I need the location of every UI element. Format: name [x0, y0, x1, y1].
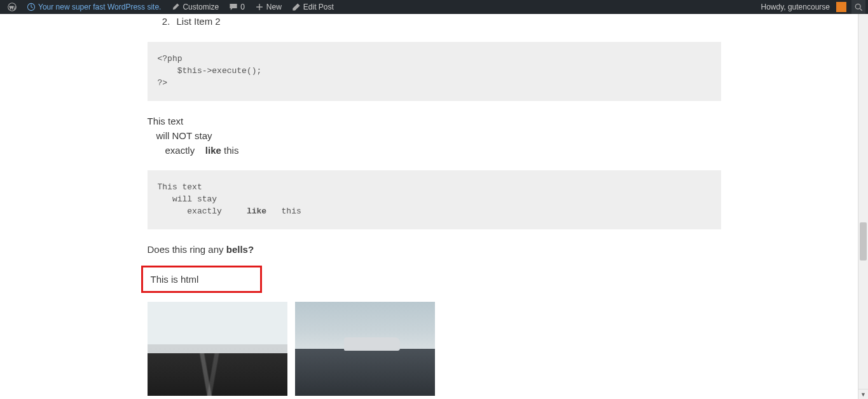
- dashboard-icon: [27, 3, 36, 11]
- paragraph-formatted: This text will NOT stay exactly like thi…: [148, 114, 721, 158]
- svg-point-2: [855, 4, 860, 9]
- para-line1: This text: [148, 114, 721, 128]
- brush-icon: [171, 3, 180, 11]
- gallery: [148, 302, 721, 399]
- code2-l3b: like: [247, 206, 266, 216]
- list-item: List Item 2: [173, 14, 721, 29]
- code2-l3a: exactly: [158, 206, 247, 216]
- code-block-pre: This text will stay exactly like this: [148, 170, 721, 229]
- code2-l1: This text: [158, 182, 202, 192]
- search-icon: [855, 3, 863, 11]
- gallery-image-road[interactable]: [148, 302, 287, 396]
- comments-link[interactable]: 0: [224, 0, 250, 14]
- para2-pre: Does this ring any: [148, 244, 226, 255]
- site-title-text: Your new super fast WordPress site.: [38, 3, 161, 11]
- new-label: New: [266, 3, 282, 11]
- new-link[interactable]: New: [250, 0, 287, 14]
- scroll-thumb[interactable]: [860, 222, 867, 260]
- wp-logo[interactable]: [3, 0, 22, 14]
- para-line3-word1: exactly: [165, 145, 195, 156]
- howdy-link[interactable]: Howdy, gutencourse: [755, 0, 851, 14]
- comments-count: 0: [240, 3, 245, 11]
- paragraph-bells: Does this ring any bells?: [148, 242, 721, 257]
- admin-search[interactable]: [851, 0, 865, 14]
- admin-bar: Your new super fast WordPress site. Cust…: [0, 0, 868, 14]
- scroll-down-icon[interactable]: ▼: [858, 389, 868, 399]
- content-area: List Item 2 <?php $this->execute(); ?> T…: [148, 14, 721, 399]
- plus-icon: [255, 3, 264, 11]
- para-line3-bold: like: [205, 145, 221, 156]
- howdy-text: Howdy, gutencourse: [761, 3, 830, 11]
- code2-l3c: this: [266, 206, 301, 216]
- site-title-link[interactable]: Your new super fast WordPress site.: [22, 0, 166, 14]
- wordpress-icon: [8, 3, 17, 11]
- para2-bold: bells?: [226, 244, 254, 255]
- html-text: This is html: [151, 274, 252, 285]
- customize-label: Customize: [183, 3, 219, 11]
- avatar: [836, 2, 846, 12]
- scrollbar[interactable]: ▲ ▼: [858, 0, 868, 399]
- code-block-php: <?php $this->execute(); ?>: [148, 42, 721, 101]
- pencil-icon: [292, 3, 301, 11]
- comment-icon: [229, 3, 238, 11]
- para-line3-word3: this: [221, 145, 239, 156]
- page: List Item 2 <?php $this->execute(); ?> T…: [0, 14, 868, 399]
- para-line3: exactly like this: [148, 143, 721, 158]
- admin-bar-right: Howdy, gutencourse: [755, 0, 865, 14]
- edit-post-label: Edit Post: [303, 3, 334, 11]
- code2-l2: will stay: [158, 194, 217, 204]
- admin-bar-left: Your new super fast WordPress site. Cust…: [3, 0, 755, 14]
- para-line2: will NOT stay: [148, 128, 721, 143]
- customize-link[interactable]: Customize: [166, 0, 224, 14]
- edit-post-link[interactable]: Edit Post: [287, 0, 339, 14]
- highlighted-html-block: This is html: [141, 266, 262, 293]
- gallery-image-plane[interactable]: [295, 302, 435, 396]
- ordered-list: List Item 2: [173, 14, 721, 29]
